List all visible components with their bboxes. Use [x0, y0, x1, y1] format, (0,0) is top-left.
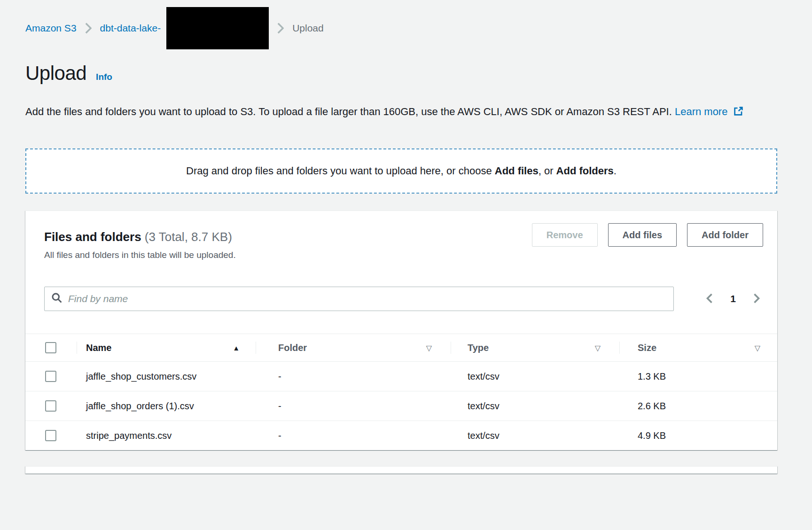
- search-icon: [51, 292, 62, 305]
- sort-down-icon: ▽: [426, 343, 432, 352]
- panel-heading: Files and folders (3 Total, 8.7 KB) All …: [44, 223, 236, 260]
- chevron-left-icon: [705, 293, 714, 305]
- file-folder: -: [256, 428, 451, 444]
- file-size: 2.6 KB: [619, 398, 777, 414]
- dropzone-add-folders-label: Add folders: [556, 165, 614, 177]
- panel-actions: Remove Add files Add folder: [532, 223, 763, 247]
- table-header-row: Name ▲ Folder ▽ Type ▽ Size ▽: [25, 334, 777, 362]
- files-table: Name ▲ Folder ▽ Type ▽ Size ▽: [25, 334, 777, 450]
- file-type: text/csv: [451, 398, 619, 414]
- file-name: jaffle_shop_orders (1).csv: [86, 398, 194, 414]
- table-row: jaffle_shop_customers.csv - text/csv 1.3…: [25, 362, 777, 391]
- panel-title: Files and folders (3 Total, 8.7 KB): [44, 223, 236, 244]
- row-checkbox[interactable]: [45, 430, 56, 441]
- pagination-current-page[interactable]: 1: [730, 293, 736, 304]
- breadcrumb-current-upload: Upload: [292, 23, 324, 34]
- external-link-icon: [734, 104, 743, 121]
- page-title: Upload: [25, 62, 86, 85]
- info-link[interactable]: Info: [96, 72, 112, 82]
- page-description: Add the files and folders you want to up…: [25, 103, 777, 121]
- file-type: text/csv: [451, 428, 619, 444]
- add-folder-button[interactable]: Add folder: [687, 223, 763, 247]
- learn-more-link[interactable]: Learn more: [675, 106, 728, 117]
- file-name: jaffle_shop_customers.csv: [86, 368, 196, 384]
- chevron-right-icon: [752, 293, 761, 305]
- select-all-checkbox[interactable]: [45, 342, 56, 353]
- breadcrumb-bucket-link[interactable]: dbt-data-lake-: [100, 23, 161, 34]
- file-folder: -: [256, 368, 451, 384]
- file-name: stripe_payments.csv: [86, 428, 172, 444]
- breadcrumb: Amazon S3 dbt-data-lake- Upload: [25, 0, 803, 36]
- column-header-type[interactable]: Type ▽: [451, 334, 619, 361]
- file-size: 4.9 KB: [619, 428, 777, 444]
- panel-count-summary: (3 Total, 8.7 KB): [145, 230, 232, 244]
- description-text: Add the files and folders you want to up…: [25, 106, 672, 117]
- sort-ascending-icon: ▲: [233, 344, 240, 352]
- table-row: stripe_payments.csv - text/csv 4.9 KB: [25, 421, 777, 450]
- redacted-bucket-name: [166, 7, 269, 49]
- pagination-prev-button[interactable]: [703, 291, 716, 307]
- column-header-name[interactable]: Name ▲: [77, 334, 256, 361]
- chevron-right-icon: [85, 23, 92, 34]
- add-files-button[interactable]: Add files: [608, 223, 677, 247]
- page-header: Upload Info: [25, 62, 803, 85]
- next-panel-edge: [25, 466, 777, 474]
- file-folder: -: [256, 398, 451, 414]
- column-header-folder[interactable]: Folder ▽: [256, 334, 451, 361]
- dropzone-add-files-label: Add files: [495, 165, 539, 177]
- file-size: 1.3 KB: [619, 368, 777, 384]
- row-checkbox[interactable]: [45, 400, 56, 412]
- pagination: 1: [703, 291, 763, 307]
- panel-subtitle: All files and folders in this table will…: [44, 250, 236, 260]
- column-header-size[interactable]: Size ▽: [619, 334, 777, 361]
- breadcrumb-amazon-s3[interactable]: Amazon S3: [25, 23, 77, 34]
- files-and-folders-panel: Files and folders (3 Total, 8.7 KB) All …: [25, 210, 777, 450]
- search-box: [44, 287, 674, 311]
- chevron-right-icon: [277, 23, 284, 34]
- sort-down-icon: ▽: [595, 343, 601, 352]
- sort-down-icon: ▽: [755, 343, 760, 352]
- drag-drop-zone[interactable]: Drag and drop files and folders you want…: [25, 148, 777, 194]
- remove-button[interactable]: Remove: [532, 223, 598, 247]
- dropzone-text: Drag and drop files and folders you want…: [186, 165, 617, 177]
- search-input[interactable]: [68, 293, 667, 304]
- pagination-next-button[interactable]: [750, 291, 763, 307]
- table-row: jaffle_shop_orders (1).csv - text/csv 2.…: [25, 391, 777, 421]
- row-checkbox[interactable]: [45, 371, 56, 382]
- file-type: text/csv: [451, 368, 619, 384]
